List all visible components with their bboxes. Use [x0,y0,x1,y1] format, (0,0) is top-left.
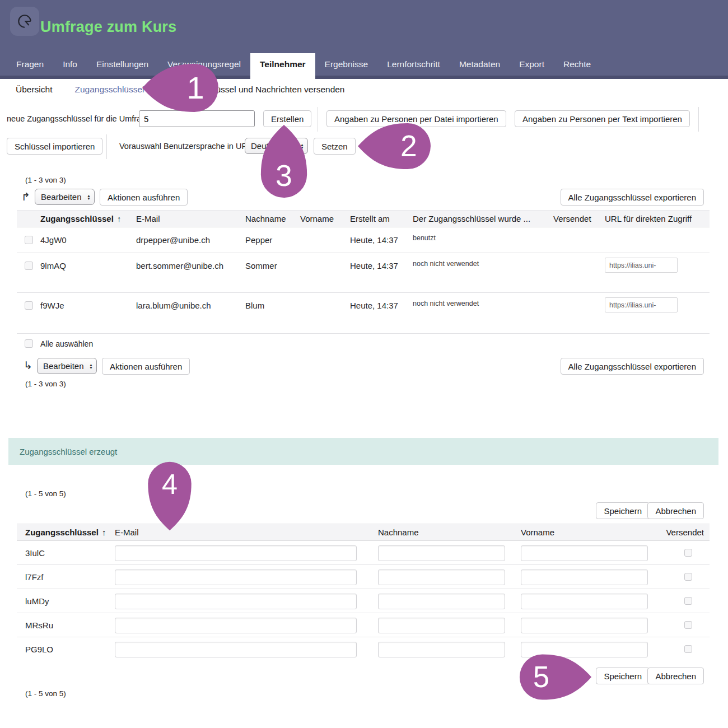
select-all-label: Alle auswählen [40,339,93,348]
code-cell: 4JgW0 [40,235,67,245]
table-row: 4JgW0 drpepper@unibe.ch Pepper Heute, 14… [17,227,710,253]
versendet-checkbox[interactable] [684,645,692,653]
col-vorname[interactable]: Vorname [300,211,334,227]
code-cell: MRsRu [25,620,53,630]
lastname-input[interactable] [378,618,505,633]
direct-url-input[interactable] [605,258,678,273]
email-input[interactable] [115,642,357,657]
tab-rechte[interactable]: Rechte [554,53,600,76]
created-cell: Heute, 14:37 [350,301,398,310]
email-input[interactable] [115,594,357,609]
sort-asc-icon: ↑ [117,214,122,223]
export-all-keys-button-top[interactable]: Alle Zugangsschlüssel exportieren [561,189,704,206]
table-row: luMDy [17,589,710,613]
tab-bar: Fragen Info Einstellungen Verzweigungsre… [0,53,728,76]
svg-text:5: 5 [533,660,549,693]
lastname-input[interactable] [378,545,505,561]
email-cell: lara.blum@unibe.ch [136,301,211,310]
code-cell: PG9LO [25,645,53,654]
col-erstellt-am[interactable]: Erstellt am [350,211,390,227]
col-zugangsschluessel[interactable]: Zugangsschlüssel↑ [40,211,121,227]
annotation-marker-5: 5 [519,653,592,701]
execute-actions-button-bottom[interactable]: Aktionen ausführen [102,358,190,375]
firstname-input[interactable] [521,618,648,633]
select-all-checkbox[interactable] [25,339,33,348]
app-header: Umfrage zum Kurs [0,0,728,53]
col-url[interactable]: URL für direkten Zugriff [605,211,692,227]
code-cell: 9lmAQ [40,261,66,270]
cancel-button-top[interactable]: Abbrechen [647,502,704,519]
sort-asc-icon: ↑ [102,528,106,537]
col-versendet[interactable]: Versendet [553,211,591,227]
cancel-button-bottom[interactable]: Abbrechen [647,668,704,684]
firstname-input[interactable] [521,545,648,561]
new-keys-label: neue Zugangsschlüssel für die Umfrage [7,110,150,127]
table2-range-top: (1 - 5 von 5) [25,489,66,498]
col-nachname[interactable]: Nachname [378,524,419,540]
save-button-top[interactable]: Speichern [596,502,650,519]
subtab-zugangsschluessel[interactable]: Zugangsschlüssel [74,85,144,95]
set-language-button[interactable]: Setzen [314,138,356,155]
annotation-marker-1: 1 [141,63,220,113]
app-logo[interactable] [10,7,39,36]
created-cell: Heute, 14:37 [350,261,398,270]
col-versendet[interactable]: Versendet [666,524,704,540]
col-email[interactable]: E-Mail [115,524,139,540]
lastname-cell: Sommer [245,261,277,270]
firstname-input[interactable] [521,594,648,609]
lastname-input[interactable] [378,642,505,657]
bulk-action-value: Bearbeiten [41,192,82,202]
email-input[interactable] [115,545,357,561]
svg-text:4: 4 [162,468,178,500]
table1-range-bottom: (1 - 3 von 3) [25,380,66,388]
save-button-bottom[interactable]: Speichern [596,668,650,684]
versendet-checkbox[interactable] [684,573,692,581]
status-cell: noch nicht verwendet [413,260,479,268]
row-checkbox[interactable] [25,301,33,310]
versendet-checkbox[interactable] [684,621,692,629]
tab-fragen[interactable]: Fragen [7,53,53,76]
tab-info[interactable]: Info [53,53,87,76]
lastname-input[interactable] [378,570,505,585]
bulk-action-value: Bearbeiten [43,361,84,371]
table-row: MRsRu [17,613,710,637]
tab-metadaten[interactable]: Metadaten [450,53,510,76]
table2-range-bottom: (1 - 5 von 5) [25,689,66,698]
apply-top-arrow-icon: ↱ [21,190,30,203]
import-persons-text-button[interactable]: Angaben zu Personen per Text importieren [515,110,690,127]
annotation-marker-3: 3 [259,124,309,199]
execute-actions-button-top[interactable]: Aktionen ausführen [100,189,188,206]
table1-bulk-action-select-bottom[interactable]: Bearbeiten ▲▼ [37,358,97,374]
col-vorname[interactable]: Vorname [521,524,554,540]
tab-ergebnisse[interactable]: Ergebnisse [315,53,378,76]
subtab-uebersicht[interactable]: Übersicht [16,85,52,95]
direct-url-input[interactable] [605,297,678,312]
lastname-input[interactable] [378,594,505,609]
lastname-cell: Blum [245,301,264,310]
versendet-checkbox[interactable] [684,597,692,605]
col-email[interactable]: E-Mail [136,211,160,227]
col-zugangsschluessel[interactable]: Zugangsschlüssel↑ [25,524,106,540]
col-status[interactable]: Der Zugangsschlüssel wurde ... [413,211,530,227]
email-input[interactable] [115,570,357,585]
page-title: Umfrage zum Kurs [40,18,176,36]
tab-export[interactable]: Export [510,53,554,76]
select-stepper-icon: ▲▼ [89,363,93,369]
versendet-checkbox[interactable] [684,549,692,557]
col-nachname[interactable]: Nachname [245,211,286,227]
annotation-marker-4: 4 [147,461,193,531]
email-input[interactable] [115,618,357,633]
row-checkbox[interactable] [25,262,33,270]
table-row: f9WJe lara.blum@unibe.ch Blum Heute, 14:… [17,293,710,334]
svg-text:2: 2 [400,129,417,162]
page: Umfrage zum Kurs Fragen Info Einstellung… [0,0,728,728]
table1-bulk-action-select-top[interactable]: Bearbeiten ▲▼ [35,189,95,205]
tab-lernfortschritt[interactable]: Lernfortschritt [377,53,450,76]
tab-teilnehmer[interactable]: Teilnehmer [250,53,315,79]
export-all-keys-button-bottom[interactable]: Alle Zugangsschlüssel exportieren [561,358,704,375]
import-keys-button[interactable]: Schlüssel importieren [7,138,102,155]
toolbar-divider [318,107,318,132]
row-checkbox[interactable] [25,236,33,244]
firstname-input[interactable] [521,570,648,585]
success-banner: Zugangsschlüssel erzeugt [8,438,718,465]
